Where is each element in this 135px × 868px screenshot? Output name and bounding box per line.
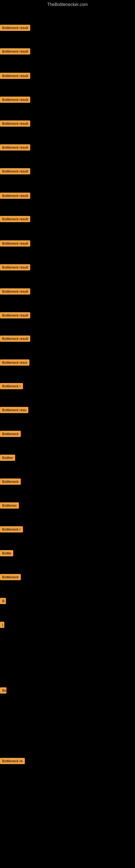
bottleneck-badge[interactable]: Bottle — [0, 550, 13, 556]
bottleneck-item: Bottleneck result — [0, 48, 30, 56]
bottleneck-badge[interactable]: B — [0, 598, 6, 604]
bottleneck-item: Bottleneck result — [0, 193, 30, 200]
bottleneck-badge[interactable]: Bottleneck resu — [0, 407, 28, 413]
bottleneck-badge[interactable]: Bottleneck result — [0, 73, 30, 79]
bottleneck-item: Bottleneck result — [0, 312, 30, 319]
bottleneck-badge[interactable]: | — [0, 622, 4, 628]
bottleneck-badge[interactable]: Bo — [0, 687, 6, 693]
bottleneck-badge[interactable]: Bottleneck result — [0, 25, 30, 31]
bottleneck-item: Bottleneck result — [0, 336, 30, 343]
bottleneck-badge[interactable]: Bottleneck result — [0, 144, 30, 151]
bottleneck-item: Bottleneck — [0, 478, 21, 486]
bottleneck-item: Bottleneck — [0, 431, 21, 438]
bottleneck-item: Bottle — [0, 550, 13, 557]
bottleneck-badge[interactable]: Bottleneck result — [0, 336, 30, 342]
bottleneck-badge[interactable]: Bottlen — [0, 455, 15, 461]
bottleneck-item: Bottleneck result — [0, 216, 30, 223]
bottleneck-item: B — [0, 598, 6, 605]
bottleneck-item: Bottleneck result — [0, 288, 30, 296]
bottleneck-item: Bottleneck result — [0, 144, 30, 152]
bottleneck-badge[interactable]: Bottleneck result — [0, 288, 30, 294]
bottleneck-item: Bottleneck resul — [0, 360, 30, 367]
bottleneck-item: Bottleneck r — [0, 383, 23, 390]
bottleneck-item: Bottleneck result — [0, 240, 30, 248]
bottleneck-badge[interactable]: Bottleneck result — [0, 48, 30, 55]
bottleneck-item: | — [0, 622, 4, 629]
bottleneck-badge[interactable]: Bottleneck result — [0, 240, 30, 247]
bottleneck-item: Bottleneck resu — [0, 407, 28, 414]
bottleneck-item: Bottleneck re — [0, 758, 25, 765]
bottleneck-badge[interactable]: Bottleneck result — [0, 312, 30, 318]
bottleneck-item: Bottleneck result — [0, 97, 30, 104]
bottleneck-badge[interactable]: Bottleneck — [0, 574, 21, 580]
bottleneck-badge[interactable]: Bottlenec — [0, 502, 19, 508]
bottleneck-badge[interactable]: Bottleneck resul — [0, 360, 30, 366]
bottleneck-item: Bo — [0, 687, 6, 695]
bottleneck-item: Bottleneck result — [0, 25, 30, 32]
bottleneck-item: Bottleneck — [0, 574, 21, 581]
bottleneck-item: Bottleneck result — [0, 73, 30, 80]
bottleneck-badge[interactable]: Bottleneck re — [0, 758, 25, 764]
bottleneck-item: Bottleneck result — [0, 120, 30, 128]
bottleneck-badge[interactable]: Bottleneck result — [0, 97, 30, 103]
bottleneck-badge[interactable]: Bottleneck result — [0, 120, 30, 127]
bottleneck-item: Bottleneck result — [0, 264, 30, 272]
bottleneck-badge[interactable]: Bottleneck result — [0, 193, 30, 199]
bottleneck-badge[interactable]: Bottleneck — [0, 431, 21, 437]
bottleneck-badge[interactable]: Bottleneck result — [0, 168, 30, 175]
bottleneck-badge[interactable]: Bottleneck r — [0, 526, 23, 532]
bottleneck-item: Bottlen — [0, 455, 15, 462]
bottleneck-item: Bottleneck r — [0, 526, 23, 533]
bottleneck-badge[interactable]: Bottleneck r — [0, 383, 23, 389]
bottleneck-item: Bottlenec — [0, 502, 19, 510]
bottleneck-badge[interactable]: Bottleneck — [0, 478, 21, 485]
bottleneck-item: Bottleneck result — [0, 168, 30, 176]
bottleneck-badge[interactable]: Bottleneck result — [0, 264, 30, 271]
site-title: TheBottlenecker.com — [0, 0, 135, 9]
bottleneck-badge[interactable]: Bottleneck result — [0, 216, 30, 222]
